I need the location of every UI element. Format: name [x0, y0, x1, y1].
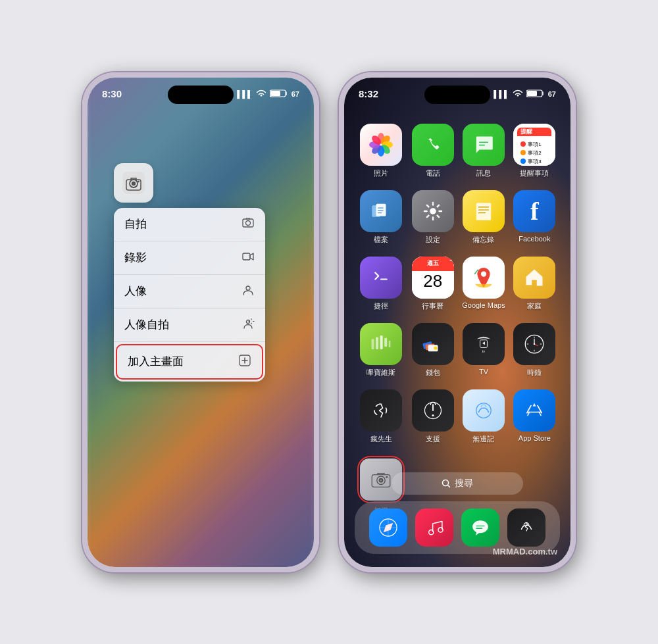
battery-pct-2: 67: [548, 90, 556, 98]
menu-item-add-home-label: 加入主畫面: [128, 354, 184, 369]
deezer-icon: [360, 323, 402, 365]
app-facebook[interactable]: f Facebook: [512, 190, 557, 245]
menu-item-portrait-selfie[interactable]: 人像自拍: [114, 309, 265, 342]
app-googlemaps[interactable]: Google Maps: [461, 257, 506, 311]
power-button: [318, 199, 319, 259]
context-menu: 自拍 錄影 人像 人像自拍: [114, 208, 265, 382]
phone-icon: [412, 124, 454, 166]
svg-point-54: [438, 528, 443, 532]
files-label: 檔案: [374, 235, 388, 245]
status-icons-2: ▌▌▌ 67: [494, 89, 556, 99]
menu-item-selfie-label: 自拍: [124, 216, 147, 232]
menu-item-video[interactable]: 錄影: [114, 241, 265, 275]
svg-rect-30: [376, 337, 378, 349]
app-notchless[interactable]: 無邊記: [461, 389, 506, 444]
app-clock[interactable]: 時鐘: [512, 323, 557, 378]
menu-item-portrait-label: 人像: [124, 284, 147, 299]
status-icons-1: ▌▌▌ 67: [237, 89, 299, 99]
shortcuts-label: 捷徑: [374, 301, 388, 311]
menu-item-portrait[interactable]: 人像: [114, 275, 265, 309]
appletv-label: TV: [479, 368, 488, 376]
add-home-icon: [238, 354, 251, 370]
phone-app-label: 電話: [426, 168, 440, 178]
app-shortcuts[interactable]: 捷徑: [357, 257, 405, 311]
dock-madsense[interactable]: [507, 508, 545, 547]
svg-rect-27: [476, 203, 492, 220]
app-deezer[interactable]: 嗶寶維斯: [357, 323, 405, 378]
portrait-selfie-icon: [241, 317, 255, 333]
app-madsense[interactable]: 瘋先生: [357, 389, 405, 444]
app-appletv[interactable]: tv TV: [461, 323, 506, 378]
signal-icon-2: ▌▌▌: [494, 90, 509, 98]
notes-icon: [463, 190, 505, 232]
reminders-icon: 提醒 事項1 事項2 事項3: [513, 124, 555, 166]
search-bar[interactable]: 搜尋: [392, 472, 523, 495]
app-home[interactable]: 家庭: [512, 257, 557, 311]
app-messages[interactable]: 訊息: [461, 124, 506, 178]
volume-up-button-2: [339, 189, 340, 229]
app-files[interactable]: 檔案: [357, 190, 405, 245]
app-settings[interactable]: 設定: [410, 190, 455, 245]
phone-1: 8:30 ▌▌▌ 67: [82, 72, 319, 572]
power-button-2: [574, 199, 576, 259]
volume-down-button: [82, 239, 84, 278]
menu-item-selfie[interactable]: 自拍: [114, 208, 265, 241]
deezer-label: 嗶寶維斯: [367, 368, 395, 378]
menu-item-video-label: 錄影: [124, 250, 147, 265]
svg-point-46: [386, 476, 388, 478]
photos-label: 照片: [374, 168, 388, 178]
calendar-badge: 1: [446, 257, 454, 264]
settings-label: 設定: [426, 235, 440, 245]
app-phone[interactable]: 電話: [410, 124, 455, 178]
googlemaps-label: Google Maps: [462, 301, 505, 309]
status-time-2: 8:32: [359, 88, 378, 99]
madsense-label: 瘋先生: [370, 434, 392, 444]
settings-icon: [412, 190, 454, 232]
reminders-label: 提醒事項: [520, 168, 549, 178]
cal-weekday: 週五: [427, 259, 439, 268]
dock-music[interactable]: [415, 508, 453, 547]
menu-item-add-home[interactable]: 加入主畫面: [116, 344, 263, 380]
app-wallet[interactable]: 錢包: [410, 323, 455, 378]
home-icon: [513, 257, 555, 299]
svg-point-40: [534, 343, 536, 345]
safari-icon: [369, 508, 407, 547]
context-menu-container: 自拍 錄影 人像 人像自拍: [114, 163, 265, 382]
calendar-icon: 週五 28 1: [412, 257, 454, 299]
app-support[interactable]: 支援: [410, 389, 455, 444]
clock-label: 時鐘: [527, 368, 542, 378]
app-photos[interactable]: 照片: [357, 124, 405, 178]
notchless-icon: [463, 389, 505, 432]
cal-day: 28: [423, 271, 442, 289]
volume-up-button: [82, 189, 84, 229]
status-time-1: 8:30: [102, 88, 122, 99]
svg-rect-9: [243, 253, 250, 260]
mute-button: [82, 157, 84, 180]
svg-rect-14: [527, 91, 537, 96]
svg-rect-33: [389, 340, 391, 347]
svg-rect-31: [380, 335, 383, 349]
portrait-icon: [241, 284, 255, 299]
svg-point-37: [434, 346, 437, 349]
dock-line[interactable]: [461, 508, 499, 547]
dock-safari[interactable]: [369, 508, 407, 547]
volume-down-button-2: [339, 239, 340, 278]
status-bar-2: 8:32 ▌▌▌ 67: [344, 78, 570, 111]
app-calendar[interactable]: 週五 28 1 行事曆: [410, 257, 455, 311]
mute-button-2: [339, 157, 340, 180]
app-appstore[interactable]: App Store: [512, 389, 557, 444]
wifi-icon-2: [513, 89, 523, 99]
dock: [355, 501, 560, 554]
svg-rect-7: [243, 219, 253, 227]
app-notes[interactable]: 備忘錄: [461, 190, 506, 245]
home-label: 家庭: [527, 301, 542, 311]
wifi-icon: [256, 89, 266, 99]
facebook-label: Facebook: [519, 235, 550, 243]
support-label: 支援: [426, 434, 440, 444]
svg-rect-1: [270, 91, 280, 96]
facebook-icon: f: [513, 190, 555, 232]
shortcuts-icon: [360, 257, 402, 299]
svg-point-28: [481, 271, 486, 276]
app-reminders[interactable]: 提醒 事項1 事項2 事項3 提醒事項: [512, 124, 557, 178]
svg-rect-29: [372, 339, 374, 349]
